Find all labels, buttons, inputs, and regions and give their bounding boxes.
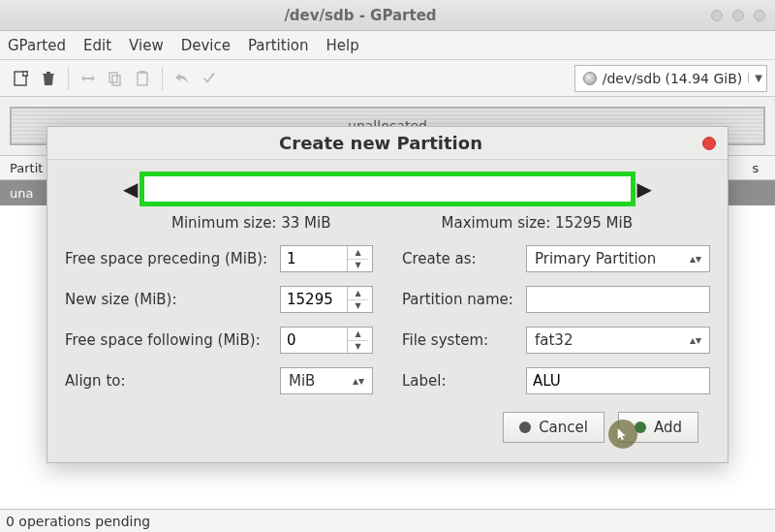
cancel-icon xyxy=(519,422,531,433)
create-as-label: Create as: xyxy=(402,250,516,267)
apply-icon[interactable] xyxy=(196,65,223,92)
resize-handle-right[interactable]: ▶ xyxy=(637,177,652,201)
file-system-label: File system: xyxy=(402,331,516,349)
align-to-combo[interactable]: MiB ▴▾ xyxy=(280,367,373,394)
menu-gparted[interactable]: GParted xyxy=(8,37,66,54)
chevron-updown-icon: ▴▾ xyxy=(690,252,701,266)
copy-icon[interactable] xyxy=(102,65,129,92)
spin-down-icon[interactable]: ▼ xyxy=(348,341,368,354)
menu-edit[interactable]: Edit xyxy=(83,37,111,54)
paste-icon[interactable] xyxy=(129,65,156,92)
add-icon xyxy=(635,422,646,433)
disk-icon xyxy=(583,72,597,85)
maximum-size-label: Maximum size: 15295 MiB xyxy=(442,214,633,232)
device-selector-label: /dev/sdb (14.94 GiB) xyxy=(603,71,743,86)
toolbar: /dev/sdb (14.94 GiB) ▼ xyxy=(0,60,775,97)
chevron-updown-icon: ▴▾ xyxy=(353,374,364,388)
col-flags[interactable]: s xyxy=(736,161,775,175)
partition-name-label: Partition name: xyxy=(402,291,516,308)
svg-rect-6 xyxy=(138,73,147,85)
partition-name-input[interactable] xyxy=(527,287,709,312)
undo-icon[interactable] xyxy=(169,65,196,92)
label-input[interactable] xyxy=(527,368,709,393)
free-preceding-spinner[interactable]: ▲▼ xyxy=(280,245,373,272)
dialog-title: Create new Partition xyxy=(59,133,702,153)
close-button[interactable] xyxy=(754,10,765,21)
toolbar-separator xyxy=(68,67,69,90)
svg-rect-7 xyxy=(140,71,145,74)
menu-device[interactable]: Device xyxy=(181,37,231,54)
toolbar-separator xyxy=(162,67,163,90)
resize-handle-left[interactable]: ◀ xyxy=(123,177,138,201)
spin-up-icon[interactable]: ▲ xyxy=(348,287,368,300)
chevron-updown-icon: ▴▾ xyxy=(690,333,701,347)
align-to-label: Align to: xyxy=(65,372,270,390)
create-as-combo[interactable]: Primary Partition ▴▾ xyxy=(526,245,710,272)
spin-down-icon[interactable]: ▼ xyxy=(348,300,368,313)
window-controls xyxy=(711,10,765,21)
dialog-titlebar: Create new Partition xyxy=(47,127,728,160)
free-following-input[interactable] xyxy=(281,331,347,349)
free-following-spinner[interactable]: ▲▼ xyxy=(280,327,373,354)
menu-partition[interactable]: Partition xyxy=(248,37,309,54)
file-system-value: fat32 xyxy=(535,331,573,349)
table-row-label: una xyxy=(10,186,33,201)
dialog-close-button[interactable] xyxy=(702,137,716,150)
status-text: 0 operations pending xyxy=(6,514,150,529)
partition-name-field[interactable] xyxy=(526,286,710,313)
add-button[interactable]: Add xyxy=(618,412,698,443)
chevron-down-icon: ▼ xyxy=(748,73,762,83)
free-preceding-input[interactable] xyxy=(281,250,347,267)
window-title: /dev/sdb - GParted xyxy=(10,7,711,24)
cancel-button-label: Cancel xyxy=(539,419,588,436)
minimize-button[interactable] xyxy=(711,10,723,21)
free-following-label: Free space following (MiB): xyxy=(65,331,270,349)
size-visualizer: ◀ ▶ xyxy=(65,172,710,206)
spin-up-icon[interactable]: ▲ xyxy=(348,328,368,341)
new-size-label: New size (MiB): xyxy=(65,291,270,308)
spin-up-icon[interactable]: ▲ xyxy=(348,246,368,260)
spin-down-icon[interactable]: ▼ xyxy=(348,260,368,272)
svg-rect-5 xyxy=(112,76,120,85)
svg-rect-3 xyxy=(23,73,28,74)
status-bar: 0 operations pending xyxy=(0,509,775,532)
create-as-value: Primary Partition xyxy=(535,250,656,267)
create-partition-dialog: Create new Partition ◀ ▶ Minimum size: 3… xyxy=(46,126,728,463)
menu-view[interactable]: View xyxy=(129,37,164,54)
new-partition-icon[interactable] xyxy=(8,65,35,92)
new-size-input[interactable] xyxy=(281,291,347,308)
free-preceding-label: Free space preceding (MiB): xyxy=(65,250,270,267)
align-to-value: MiB xyxy=(289,372,315,390)
label-field[interactable] xyxy=(526,367,710,394)
file-system-combo[interactable]: fat32 ▴▾ xyxy=(526,327,710,354)
size-limits: Minimum size: 33 MiB Maximum size: 15295… xyxy=(65,206,710,245)
delete-icon[interactable] xyxy=(35,65,62,92)
device-selector[interactable]: /dev/sdb (14.94 GiB) ▼ xyxy=(574,65,767,92)
add-button-label: Add xyxy=(654,419,682,436)
svg-rect-4 xyxy=(109,73,117,82)
window-titlebar: /dev/sdb - GParted xyxy=(0,0,775,31)
minimum-size-label: Minimum size: 33 MiB xyxy=(171,214,330,232)
maximize-button[interactable] xyxy=(732,10,744,21)
new-size-spinner[interactable]: ▲▼ xyxy=(280,286,373,313)
label-label: Label: xyxy=(402,372,516,390)
menu-help[interactable]: Help xyxy=(326,37,359,54)
cancel-button[interactable]: Cancel xyxy=(503,412,604,443)
resize-move-icon[interactable] xyxy=(75,65,102,92)
menubar: GParted Edit View Device Partition Help xyxy=(0,31,775,60)
size-bar[interactable] xyxy=(140,172,635,206)
